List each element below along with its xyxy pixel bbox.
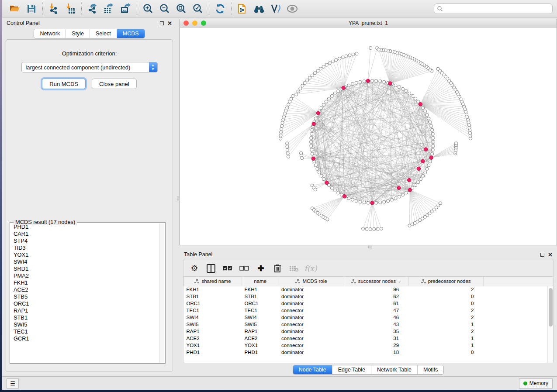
graph-node[interactable] bbox=[401, 87, 404, 90]
graph-node[interactable] bbox=[426, 113, 429, 116]
graph-node[interactable] bbox=[347, 197, 350, 200]
graph-node-dominator[interactable] bbox=[312, 122, 315, 126]
graph-node[interactable] bbox=[301, 84, 304, 87]
graph-node[interactable] bbox=[355, 81, 358, 84]
graph-node[interactable] bbox=[431, 148, 434, 151]
graph-node[interactable] bbox=[405, 89, 408, 93]
tab-motifs[interactable]: Motifs bbox=[417, 365, 443, 374]
tab-network[interactable]: Network bbox=[34, 29, 66, 38]
horizontal-splitter[interactable] bbox=[180, 245, 557, 249]
mcds-result-item[interactable]: STP4 bbox=[11, 237, 159, 244]
graph-node[interactable] bbox=[280, 131, 283, 134]
graph-node[interactable] bbox=[351, 198, 354, 201]
graph-node[interactable] bbox=[285, 142, 288, 145]
graph-node-dominator[interactable] bbox=[424, 148, 428, 151]
graph-node[interactable] bbox=[431, 128, 434, 131]
graph-node[interactable] bbox=[408, 92, 411, 95]
column-header-successor-nodes[interactable]: successor nodes⌄ bbox=[344, 277, 408, 286]
optimization-criterion-select[interactable]: largest connected component (undirected)… bbox=[21, 62, 158, 72]
graph-node[interactable] bbox=[287, 103, 290, 106]
graph-node-dominator[interactable] bbox=[419, 103, 422, 106]
graph-node[interactable] bbox=[380, 227, 383, 230]
export-network-button[interactable] bbox=[84, 2, 101, 16]
graph-node[interactable] bbox=[301, 157, 304, 160]
task-history-button[interactable]: ☰ bbox=[7, 378, 19, 389]
close-panel-icon[interactable]: ✕ bbox=[167, 21, 172, 25]
graph-node[interactable] bbox=[341, 56, 344, 59]
graph-node[interactable] bbox=[282, 118, 285, 121]
open-file-button[interactable] bbox=[7, 2, 23, 16]
graph-node[interactable] bbox=[383, 200, 386, 203]
memory-button[interactable]: Memory bbox=[519, 378, 553, 389]
graph-node[interactable] bbox=[311, 74, 314, 77]
graph-node[interactable] bbox=[439, 202, 442, 205]
graph-node[interactable] bbox=[295, 93, 298, 96]
float-panel-icon[interactable] bbox=[540, 253, 544, 257]
table-row[interactable]: SWI5SWI5connector431 bbox=[184, 321, 553, 328]
graph-node[interactable] bbox=[308, 76, 311, 79]
table-row[interactable]: FKH1FKH1dominator962 bbox=[184, 286, 553, 293]
select-all-button[interactable] bbox=[220, 262, 235, 275]
graph-node[interactable] bbox=[280, 124, 284, 127]
graph-node[interactable] bbox=[429, 120, 432, 124]
graph-node[interactable] bbox=[299, 87, 302, 90]
deselect-all-button[interactable] bbox=[237, 262, 252, 275]
splitter-grip[interactable] bbox=[177, 196, 179, 200]
graph-node[interactable] bbox=[363, 80, 366, 83]
mcds-result-item[interactable]: CAR1 bbox=[11, 230, 159, 237]
graph-node[interactable] bbox=[335, 58, 338, 62]
mcds-result-item[interactable]: PMA2 bbox=[11, 272, 159, 279]
mcds-result-item[interactable]: ACE2 bbox=[11, 286, 159, 293]
search-input[interactable] bbox=[443, 6, 550, 12]
graph-node[interactable] bbox=[333, 92, 336, 95]
column-header-MCDS-role[interactable]: MCDS role bbox=[279, 277, 344, 286]
graph-node[interactable] bbox=[432, 136, 435, 139]
graph-node[interactable] bbox=[279, 137, 282, 140]
graph-node[interactable] bbox=[286, 152, 289, 155]
table-row[interactable]: ACE2ACE2connector311 bbox=[184, 335, 553, 342]
zoom-fit-button[interactable] bbox=[173, 2, 190, 16]
graph-node[interactable] bbox=[394, 84, 397, 87]
graph-node[interactable] bbox=[287, 155, 290, 158]
graph-node[interactable] bbox=[330, 94, 333, 97]
tab-edge-table[interactable]: Edge Table bbox=[332, 365, 371, 374]
scrollbar-thumb[interactable] bbox=[549, 288, 553, 327]
graph-node[interactable] bbox=[355, 199, 358, 203]
graph-node[interactable] bbox=[383, 80, 386, 83]
graph-node[interactable] bbox=[347, 84, 350, 87]
graph-node[interactable] bbox=[337, 191, 340, 194]
graph-node[interactable] bbox=[319, 67, 322, 70]
graph-node[interactable] bbox=[398, 86, 401, 89]
graph-node-dominator[interactable] bbox=[397, 186, 401, 189]
graph-node[interactable] bbox=[379, 201, 382, 204]
graph-node[interactable] bbox=[284, 112, 287, 115]
graph-node[interactable] bbox=[419, 178, 422, 181]
mcds-result-item[interactable]: STB1 bbox=[11, 314, 159, 321]
export-table-button[interactable] bbox=[101, 2, 118, 16]
graph-node[interactable] bbox=[283, 115, 286, 118]
table-row[interactable]: TEC1TEC1connector472 bbox=[184, 307, 553, 314]
network-document-button[interactable] bbox=[234, 2, 251, 16]
refresh-layout-button[interactable] bbox=[212, 2, 228, 16]
zoom-selected-button[interactable] bbox=[190, 2, 206, 16]
graph-node[interactable] bbox=[310, 132, 313, 135]
toggle-panel-layout-button[interactable] bbox=[204, 262, 218, 275]
graph-node-dominator[interactable] bbox=[370, 201, 374, 205]
graph-node[interactable] bbox=[332, 60, 335, 63]
graph-node[interactable] bbox=[311, 152, 314, 155]
mcds-result-item[interactable]: YOX1 bbox=[11, 251, 159, 258]
graph-node[interactable] bbox=[430, 124, 433, 127]
mcds-result-item[interactable]: PHD1 bbox=[11, 224, 159, 230]
mcds-result-item[interactable]: TEC1 bbox=[11, 328, 159, 335]
graph-node[interactable] bbox=[330, 186, 333, 189]
graph-node[interactable] bbox=[411, 94, 414, 97]
graph-node[interactable] bbox=[281, 121, 284, 124]
create-column-button[interactable]: ✚ bbox=[253, 262, 268, 275]
graph-node[interactable] bbox=[325, 63, 328, 66]
column-header-shared-name[interactable]: shared name bbox=[184, 277, 242, 286]
graph-node[interactable] bbox=[313, 72, 316, 75]
mcds-result-item[interactable]: SRD1 bbox=[11, 265, 159, 272]
graph-node-dominator[interactable] bbox=[408, 179, 411, 182]
table-row[interactable]: YOX1YOX1connector291 bbox=[184, 342, 553, 349]
graph-node[interactable] bbox=[280, 127, 283, 131]
